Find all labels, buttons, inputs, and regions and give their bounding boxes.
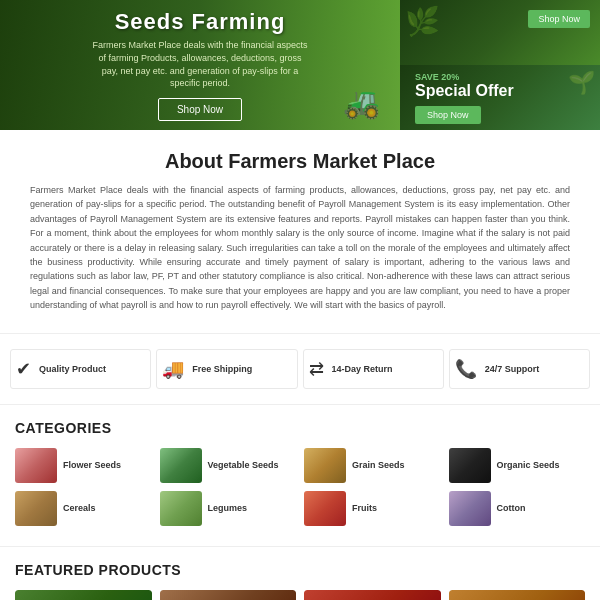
product-img-1 bbox=[160, 590, 297, 600]
product-img-2 bbox=[304, 590, 441, 600]
category-img-6 bbox=[304, 491, 346, 526]
categories-section: CATEGORIES Flower Seeds Vegetable Seeds … bbox=[0, 405, 600, 541]
category-item-6[interactable]: Fruits bbox=[304, 491, 441, 526]
feature-item-2: ⇄ 14-Day Return bbox=[303, 349, 444, 389]
hero-subtitle: Farmers Market Place deals with the fina… bbox=[90, 39, 310, 89]
about-title: About Farmers Market Place bbox=[30, 150, 570, 173]
category-item-4[interactable]: Cereals bbox=[15, 491, 152, 526]
category-label-4: Cereals bbox=[63, 503, 96, 513]
feature-icon-2: ⇄ bbox=[309, 358, 324, 380]
hero-side: 🌿 Shop Now SAVE 20% Special Offer Shop N… bbox=[400, 0, 600, 130]
category-img-4 bbox=[15, 491, 57, 526]
featured-grid bbox=[15, 590, 585, 600]
category-item-5[interactable]: Legumes bbox=[160, 491, 297, 526]
featured-section: FEATURED PRODUCTS bbox=[0, 546, 600, 600]
special-offer-text: Special Offer bbox=[415, 82, 514, 100]
about-text: Farmers Market Place deals with the fina… bbox=[30, 183, 570, 313]
feature-label-3: 24/7 Support bbox=[485, 364, 540, 374]
category-label-1: Vegetable Seeds bbox=[208, 460, 279, 470]
tractor-icon: 🚜 bbox=[343, 85, 380, 120]
categories-grid: Flower Seeds Vegetable Seeds Grain Seeds… bbox=[15, 448, 585, 526]
leaf-icon: 🌿 bbox=[405, 5, 440, 38]
categories-title: CATEGORIES bbox=[15, 420, 585, 436]
product-img-3 bbox=[449, 590, 586, 600]
product-img-0 bbox=[15, 590, 152, 600]
category-item-0[interactable]: Flower Seeds bbox=[15, 448, 152, 483]
product-card-0[interactable] bbox=[15, 590, 152, 600]
feature-label-1: Free Shipping bbox=[192, 364, 252, 374]
feature-label-0: Quality Product bbox=[39, 364, 106, 374]
hero-title: Seeds Farming bbox=[90, 9, 310, 35]
category-item-2[interactable]: Grain Seeds bbox=[304, 448, 441, 483]
features-section: ✔ Quality Product 🚚 Free Shipping ⇄ 14-D… bbox=[0, 334, 600, 405]
category-item-3[interactable]: Organic Seeds bbox=[449, 448, 586, 483]
product-card-3[interactable] bbox=[449, 590, 586, 600]
hero-side-bottom: SAVE 20% Special Offer Shop Now 🌱 bbox=[400, 65, 600, 130]
feature-icon-3: 📞 bbox=[455, 358, 477, 380]
category-img-5 bbox=[160, 491, 202, 526]
save-badge: SAVE 20% bbox=[415, 72, 459, 82]
special-offer-shop-button[interactable]: Shop Now bbox=[415, 106, 481, 124]
product-card-1[interactable] bbox=[160, 590, 297, 600]
hero-shop-now-button[interactable]: Shop Now bbox=[158, 98, 242, 121]
featured-title: FEATURED PRODUCTS bbox=[15, 562, 585, 578]
category-label-5: Legumes bbox=[208, 503, 248, 513]
product-card-2[interactable] bbox=[304, 590, 441, 600]
category-label-7: Cotton bbox=[497, 503, 526, 513]
category-label-6: Fruits bbox=[352, 503, 377, 513]
seeds-icon: 🌱 bbox=[568, 70, 595, 96]
feature-item-1: 🚚 Free Shipping bbox=[156, 349, 297, 389]
hero-side-top: 🌿 Shop Now bbox=[400, 0, 600, 65]
feature-label-2: 14-Day Return bbox=[332, 364, 393, 374]
category-img-7 bbox=[449, 491, 491, 526]
feature-item-3: 📞 24/7 Support bbox=[449, 349, 590, 389]
category-img-3 bbox=[449, 448, 491, 483]
category-label-2: Grain Seeds bbox=[352, 460, 405, 470]
hero-main: Seeds Farming Farmers Market Place deals… bbox=[0, 0, 400, 130]
hero-side-top-shop-button[interactable]: Shop Now bbox=[528, 10, 590, 28]
category-img-0 bbox=[15, 448, 57, 483]
category-img-1 bbox=[160, 448, 202, 483]
hero-section: Seeds Farming Farmers Market Place deals… bbox=[0, 0, 600, 130]
category-item-1[interactable]: Vegetable Seeds bbox=[160, 448, 297, 483]
category-item-7[interactable]: Cotton bbox=[449, 491, 586, 526]
category-label-0: Flower Seeds bbox=[63, 460, 121, 470]
category-label-3: Organic Seeds bbox=[497, 460, 560, 470]
feature-icon-1: 🚚 bbox=[162, 358, 184, 380]
feature-item-0: ✔ Quality Product bbox=[10, 349, 151, 389]
feature-icon-0: ✔ bbox=[16, 358, 31, 380]
about-section: About Farmers Market Place Farmers Marke… bbox=[0, 130, 600, 334]
category-img-2 bbox=[304, 448, 346, 483]
